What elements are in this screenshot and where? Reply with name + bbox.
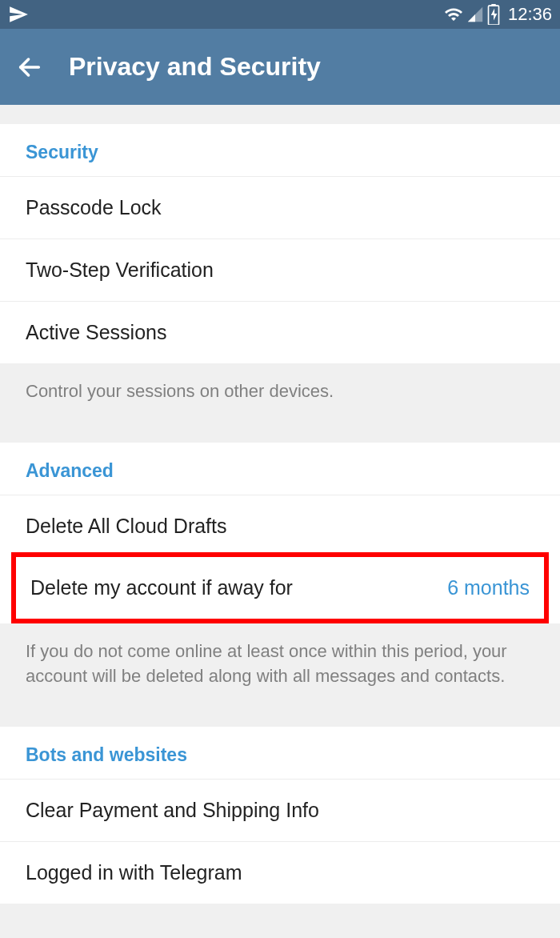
active-sessions-row[interactable]: Active Sessions [0, 301, 560, 363]
arrow-left-icon [16, 54, 43, 81]
svg-rect-1 [491, 4, 495, 6]
passcode-lock-label: Passcode Lock [26, 196, 162, 219]
section-bots: Bots and websites Clear Payment and Ship… [0, 727, 560, 904]
two-step-verification-label: Two-Step Verification [26, 259, 214, 282]
delete-account-value: 6 months [447, 576, 530, 599]
clear-payment-label: Clear Payment and Shipping Info [26, 799, 319, 822]
delete-drafts-label: Delete All Cloud Drafts [26, 515, 227, 538]
back-button[interactable] [16, 54, 43, 81]
page-title: Privacy and Security [69, 52, 321, 82]
logged-in-label: Logged in with Telegram [26, 861, 242, 884]
status-bar: 12:36 [0, 0, 560, 29]
section-advanced: Advanced Delete All Cloud Drafts Delete … [0, 443, 560, 623]
wifi-icon [444, 5, 463, 24]
section-security: Security Passcode Lock Two-Step Verifica… [0, 124, 560, 363]
two-step-verification-row[interactable]: Two-Step Verification [0, 239, 560, 301]
passcode-lock-row[interactable]: Passcode Lock [0, 176, 560, 239]
status-left [8, 4, 29, 25]
delete-account-row[interactable]: Delete my account if away for 6 months [16, 557, 544, 619]
active-sessions-label: Active Sessions [26, 321, 166, 344]
telegram-icon [8, 4, 29, 25]
clear-payment-row[interactable]: Clear Payment and Shipping Info [0, 779, 560, 841]
section-header-security: Security [0, 124, 560, 176]
section-footer-advanced: If you do not come online at least once … [0, 623, 560, 708]
section-header-advanced: Advanced [0, 443, 560, 495]
logged-in-row[interactable]: Logged in with Telegram [0, 841, 560, 904]
signal-icon [466, 6, 484, 23]
app-header: Privacy and Security [0, 29, 560, 105]
highlight-annotation: Delete my account if away for 6 months [11, 552, 549, 623]
status-time: 12:36 [508, 4, 552, 25]
delete-drafts-row[interactable]: Delete All Cloud Drafts [0, 495, 560, 557]
delete-account-label: Delete my account if away for [30, 576, 293, 599]
section-footer-security: Control your sessions on other devices. [0, 363, 560, 423]
status-right: 12:36 [444, 4, 552, 25]
content: Security Passcode Lock Two-Step Verifica… [0, 124, 560, 904]
battery-charging-icon [487, 4, 500, 25]
section-header-bots: Bots and websites [0, 727, 560, 779]
